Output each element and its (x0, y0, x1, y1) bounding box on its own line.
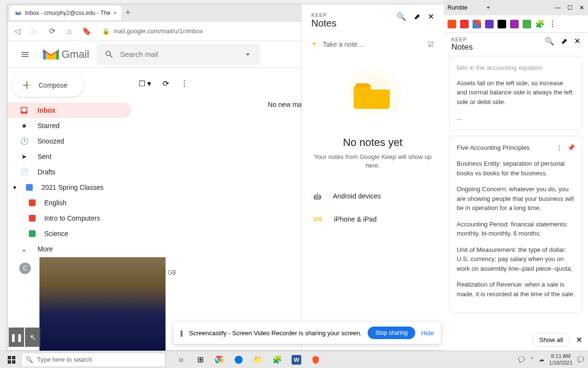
tray-icon[interactable]: ☁ (539, 356, 544, 363)
cortana-icon[interactable]: ○ (173, 352, 189, 368)
take-note-text: Take a note... (323, 40, 363, 48)
cursor-icon[interactable]: ↖ (25, 328, 40, 347)
hide-button[interactable]: Hide (421, 329, 434, 337)
close-tab-icon[interactable]: × (113, 10, 116, 16)
search-icon[interactable]: 🔍 (396, 12, 406, 21)
clock[interactable]: 8:11 AM 1/10/2021 (549, 353, 573, 366)
right-notes-list[interactable]: falls in the accounting equation. Assets… (444, 56, 588, 316)
notifications-icon[interactable]: 💬 (577, 356, 584, 363)
home-icon[interactable]: ⌂ (64, 26, 75, 37)
new-tab-button[interactable]: + (486, 4, 490, 11)
note-title: Five Accounting Principles (457, 143, 556, 153)
checklist-icon[interactable]: ☑ (428, 40, 434, 48)
ext-icon[interactable] (523, 20, 531, 28)
no-notes-desc: Your notes from Google Keep will show up… (311, 153, 434, 170)
sidebar-label-english[interactable]: English (8, 195, 131, 210)
take-note-row[interactable]: + Take a note... ☑ (302, 34, 444, 54)
ext-icon[interactable] (498, 20, 506, 28)
nav-label: Snoozed (38, 137, 64, 145)
nav-label: Drafts (38, 168, 55, 176)
app-icon[interactable]: 🧩 (269, 352, 285, 368)
close-icon[interactable]: ✕ (576, 335, 582, 344)
gmail-logo[interactable]: Gmail (42, 48, 89, 61)
taskbar-search[interactable]: 🔍 Type here to search (21, 353, 166, 367)
search-icon[interactable]: 🔍 (545, 37, 554, 46)
sidebar-item-inbox[interactable]: Inbox (8, 103, 131, 118)
share-text: Screencastify - Screen Video Recorder is… (189, 329, 362, 337)
search-options-icon[interactable] (243, 50, 253, 59)
ext-icon[interactable] (510, 20, 519, 28)
label-icon (26, 184, 33, 191)
sidebar-item-sent[interactable]: ➤ Sent (8, 149, 131, 164)
search-input[interactable] (120, 50, 237, 58)
extensions-icon[interactable]: 🧩 (535, 19, 545, 28)
gmail-brand-text: Gmail (62, 48, 89, 61)
drive-icon[interactable] (473, 20, 481, 28)
tab-title[interactable]: Rumble (447, 4, 467, 11)
iphone-link[interactable]: iOS iPhone & iPad (302, 208, 444, 231)
menu-icon[interactable]: ⋮ (549, 19, 556, 28)
avatar: C (19, 263, 31, 274)
note-card[interactable]: falls in the accounting equation. Assets… (449, 56, 582, 130)
compose-button[interactable]: Compose (12, 74, 84, 97)
new-tab-button[interactable]: + (125, 8, 130, 18)
file-explorer-icon[interactable]: 📁 (250, 352, 266, 368)
keep-side-panel: KEEP Notes 🔍 ⬈ ✕ + Take a note... ☑ No n… (301, 4, 444, 350)
close-icon[interactable]: ✕ (574, 37, 580, 46)
more-icon[interactable]: ⋮ (556, 143, 562, 153)
task-view-icon[interactable]: ⊞ (192, 352, 208, 368)
forward-icon[interactable]: ▷ (29, 26, 40, 37)
share-indicator-icon: ‖ (180, 329, 183, 337)
sidebar-label-science[interactable]: Science (8, 226, 131, 241)
svg-point-5 (235, 355, 243, 364)
sidebar-item-more[interactable]: ⌄ More (8, 241, 131, 257)
close-icon[interactable]: ✕ (579, 4, 584, 11)
bookmark-icon[interactable]: 🔖 (81, 26, 92, 37)
search-bar[interactable] (97, 44, 260, 65)
maximize-icon[interactable]: ☐ (567, 4, 573, 11)
nav-label: Science (44, 230, 68, 237)
pin-icon[interactable]: 📌 (567, 143, 575, 153)
ext-icon[interactable] (460, 20, 469, 28)
select-checkbox[interactable]: ☐ ▾ (139, 79, 151, 88)
sidebar-item-drafts[interactable]: 📄 Drafts (8, 164, 131, 180)
open-in-new-icon[interactable]: ⬈ (414, 12, 420, 21)
search-icon: 🔍 (26, 356, 33, 363)
browser-tab[interactable]: Inbox - cmurphy2@css.edu - The × (10, 6, 121, 20)
start-button[interactable] (4, 352, 19, 368)
nav-label: English (44, 199, 66, 207)
back-icon[interactable]: ◁ (12, 26, 23, 37)
more-icon[interactable]: ⋮ (180, 79, 188, 88)
search-icon (104, 50, 114, 59)
tray-icon[interactable]: 💬 (518, 356, 525, 363)
reload-icon[interactable]: ⟳ (46, 26, 58, 37)
sidebar-label-intro[interactable]: Intro to Computers (8, 210, 131, 226)
refresh-icon[interactable]: ⟳ (163, 79, 169, 88)
chrome-icon[interactable] (212, 352, 227, 368)
brave-icon[interactable] (308, 352, 323, 368)
webcam-controls: ❚❚ ↖ (9, 328, 40, 347)
note-card[interactable]: Five Accounting Principles ⋮ 📌 Business … (449, 136, 582, 313)
sidebar-item-snoozed[interactable]: 🕐 Snoozed (8, 133, 131, 149)
brave-shield-icon[interactable] (447, 20, 456, 28)
sidebar-item-starred[interactable]: ★ Starred (8, 118, 131, 133)
open-in-new-icon[interactable]: ⬈ (561, 37, 567, 46)
word-icon[interactable]: W (289, 352, 304, 368)
right-keep-header: KEEP Notes 🔍 ⬈ ✕ (444, 33, 588, 56)
svg-rect-0 (8, 356, 11, 359)
close-icon[interactable]: ✕ (428, 12, 434, 21)
sent-icon: ➤ (19, 152, 29, 161)
right-toolbar: 🧩 ⋮ (444, 15, 588, 33)
chevron-up-icon[interactable]: ⌃ (530, 356, 534, 363)
show-all-button[interactable]: Show all (532, 333, 570, 347)
pause-icon[interactable]: ❚❚ (9, 328, 24, 347)
android-link[interactable]: 🤖 Android devices (302, 184, 444, 208)
ext-icon[interactable] (485, 20, 494, 28)
url-bar[interactable]: 🔒 mail.google.com/mail/u/1/#inbox (98, 26, 310, 37)
edge-icon[interactable] (231, 352, 246, 368)
sidebar-label-group[interactable]: ▾ 2021 Spring Classes (8, 180, 131, 195)
minimize-icon[interactable]: — (555, 4, 561, 11)
right-tab-bar: Rumble + — ☐ ✕ (444, 0, 588, 15)
stop-sharing-button[interactable]: Stop sharing (368, 327, 415, 339)
hamburger-icon[interactable] (15, 45, 35, 64)
